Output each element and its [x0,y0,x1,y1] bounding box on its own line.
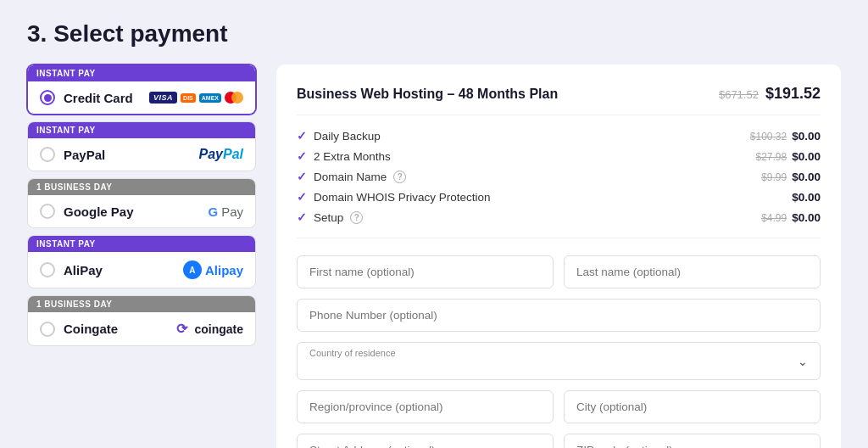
credit-card-label: Credit Card [40,90,133,105]
page-title: 3. Select payment [27,20,841,48]
item-new-price-extra-months: $0.00 [792,150,821,163]
order-summary: Business Web Hosting – 48 Months Plan $6… [276,64,841,448]
domain-name-help-icon[interactable]: ? [393,171,406,183]
check-icon-whois: ✓ [297,190,307,204]
alipay-icon: A [183,260,202,279]
item-left-daily-backup: ✓ Daily Backup [297,129,381,143]
paypal-icon: PayPal [199,147,243,162]
item-left-whois: ✓ Domain WHOIS Privacy Protection [297,190,491,204]
zip-input[interactable] [564,434,821,448]
city-input[interactable] [564,390,821,423]
amex-icon: AMEX [199,93,221,103]
country-select[interactable] [298,358,820,379]
check-icon-setup: ✓ [297,210,307,224]
badge-instant-pay-2: INSTANT PAY [28,122,255,138]
first-name-input[interactable] [297,255,554,288]
last-name-field [564,255,821,288]
setup-help-icon[interactable]: ? [350,211,363,224]
check-icon-daily-backup: ✓ [297,129,307,143]
badge-business-day-2: 1 BUSINESS DAY [28,296,255,312]
google-pay-label: Google Pay [40,204,134,219]
payment-body-alipay: AliPay A Alipay [28,252,255,288]
country-select-wrap: Country of residence ⌄ [297,342,821,380]
main-layout: INSTANT PAY Credit Card VISA DIS AMEX [27,64,841,448]
billing-form: Country of residence ⌄ [297,255,821,448]
order-price-new: $191.52 [765,85,821,103]
country-label: Country of residence [298,343,820,358]
item-label-domain-name: Domain Name [314,171,387,183]
discover-icon: DIS [181,93,196,103]
zip-field [564,434,821,448]
item-new-price-setup: $0.00 [792,211,821,224]
item-left-domain-name: ✓ Domain Name ? [297,170,406,183]
item-right-setup: $4.99 $0.00 [761,211,821,224]
item-right-extra-months: $27.98 $0.00 [756,150,821,163]
item-old-price-daily-backup: $100.32 [750,131,787,143]
check-icon-extra-months: ✓ [297,149,307,163]
google-pay-text: Pay [221,204,243,219]
order-item-domain-name: ✓ Domain Name ? $9.99 $0.00 [297,170,821,183]
payment-option-google-pay[interactable]: 1 BUSINESS DAY Google Pay G Pay [27,178,256,228]
region-input[interactable] [297,390,554,423]
radio-paypal[interactable] [40,147,55,162]
coingate-text: coingate [194,322,243,336]
name-row [297,255,821,288]
google-pay-logo: G Pay [208,204,243,219]
coingate-name: Coingate [64,322,118,336]
coingate-label: Coingate [40,322,118,337]
city-field [564,390,821,423]
street-input[interactable] [297,434,554,448]
google-pay-name: Google Pay [64,204,134,219]
alipay-label: AliPay [40,262,103,277]
order-item-whois: ✓ Domain WHOIS Privacy Protection $0.00 [297,190,821,204]
alipay-name: AliPay [64,263,103,277]
item-left-extra-months: ✓ 2 Extra Months [297,149,391,163]
payment-body-google-pay: Google Pay G Pay [28,195,255,227]
paypal-label: PayPal [40,147,105,162]
radio-alipay[interactable] [40,262,55,277]
payment-option-coingate[interactable]: 1 BUSINESS DAY Coingate ⟳ coingate [27,295,256,346]
order-price-old: $671.52 [719,88,759,101]
item-label-whois: Domain WHOIS Privacy Protection [314,191,491,204]
alipay-logo: A Alipay [183,260,243,279]
paypal-logo: PayPal [199,147,243,162]
item-old-price-setup: $4.99 [761,212,787,224]
credit-card-name: Credit Card [64,91,133,105]
radio-google-pay[interactable] [40,204,55,219]
payment-methods-list: INSTANT PAY Credit Card VISA DIS AMEX [27,64,256,346]
item-new-price-whois: $0.00 [792,191,821,204]
order-item-setup: ✓ Setup ? $4.99 $0.00 [297,210,821,224]
radio-coingate[interactable] [40,322,55,337]
mastercard-icon [225,92,243,104]
payment-option-alipay[interactable]: INSTANT PAY AliPay A Alipay [27,235,256,288]
last-name-input[interactable] [564,255,821,288]
payment-body-credit-card: Credit Card VISA DIS AMEX [28,81,255,114]
credit-card-logos: VISA DIS AMEX [149,92,243,104]
item-old-price-domain-name: $9.99 [761,171,787,183]
order-title: Business Web Hosting – 48 Months Plan [297,87,558,102]
payment-option-paypal[interactable]: INSTANT PAY PayPal PayPal [27,121,256,171]
payment-body-coingate: Coingate ⟳ coingate [28,312,255,345]
item-label-extra-months: 2 Extra Months [314,150,391,163]
page-container: 3. Select payment INSTANT PAY Credit Car… [27,20,841,448]
order-item-extra-months: ✓ 2 Extra Months $27.98 $0.00 [297,149,821,163]
item-new-price-daily-backup: $0.00 [792,130,821,143]
order-item-daily-backup: ✓ Daily Backup $100.32 $0.00 [297,129,821,143]
item-right-daily-backup: $100.32 $0.00 [750,130,821,143]
coingate-logo: ⟳ coingate [176,321,243,337]
item-label-setup: Setup [314,211,343,224]
order-header: Business Web Hosting – 48 Months Plan $6… [297,85,821,115]
google-g-icon: G [208,204,218,219]
street-field [297,434,554,448]
alipay-text: Alipay [205,263,243,277]
payment-option-credit-card[interactable]: INSTANT PAY Credit Card VISA DIS AMEX [27,64,256,115]
order-price-group: $671.52 $191.52 [719,85,821,103]
radio-credit-card[interactable] [40,90,55,105]
item-old-price-extra-months: $27.98 [756,151,787,163]
item-left-setup: ✓ Setup ? [297,210,363,224]
visa-icon: VISA [149,92,177,104]
phone-input[interactable] [297,299,821,332]
item-new-price-domain-name: $0.00 [792,171,821,183]
payment-body-paypal: PayPal PayPal [28,138,255,171]
paypal-name: PayPal [64,148,105,162]
